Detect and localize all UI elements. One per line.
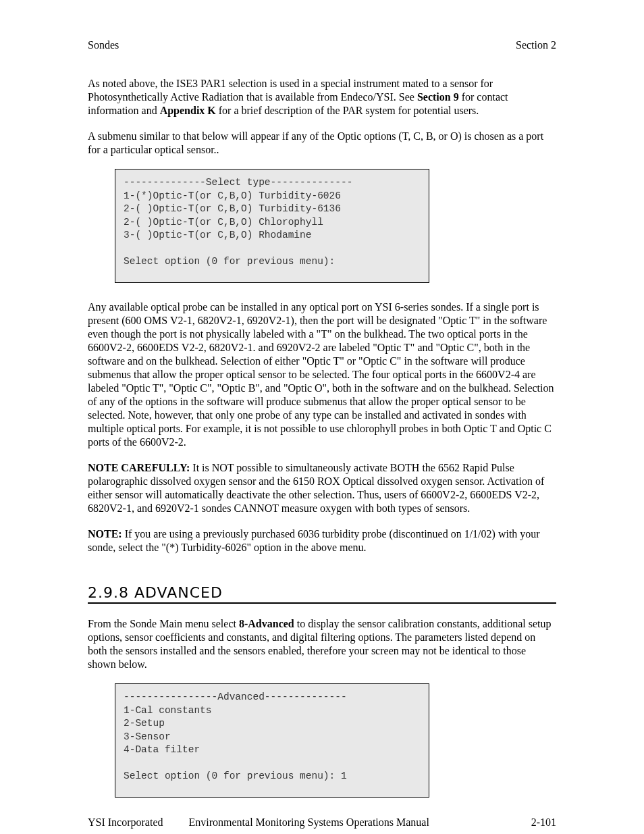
bold-section-9: Section 9 — [417, 91, 459, 103]
terminal-select-type: --------------Select type-------------- … — [115, 169, 429, 283]
bold-appendix-k: Appendix K — [160, 105, 216, 116]
terminal-title: --------------Select type-------------- — [124, 177, 352, 188]
section-heading-advanced: 2.9.8 ADVANCED — [88, 584, 556, 601]
terminal-line: 4-Data filter — [124, 744, 200, 755]
terminal-line: 1-(*)Optic-T(or C,B,O) Turbidity-6026 — [124, 190, 341, 201]
note-carefully-label: NOTE CAREFULLY: — [88, 462, 190, 473]
terminal-title: ----------------Advanced-------------- — [124, 692, 347, 702]
terminal-advanced: ----------------Advanced-------------- 1… — [115, 683, 429, 798]
running-head-right: Section 2 — [516, 39, 556, 51]
page: Sondes Section 2 As noted above, the ISE… — [0, 0, 644, 834]
section-rule — [88, 602, 556, 604]
text: for a brief description of the PAR syste… — [216, 105, 479, 116]
paragraph-2: A submenu similar to that below will app… — [88, 130, 556, 157]
paragraph-5: NOTE: If you are using a previously purc… — [88, 527, 556, 554]
terminal-prompt: Select option (0 for previous menu): — [124, 256, 335, 267]
paragraph-4: NOTE CAREFULLY: It is NOT possible to si… — [88, 461, 556, 515]
terminal-line: 2-( )Optic-T(or C,B,O) Turbidity-6136 — [124, 203, 341, 214]
bold-8-advanced: 8-Advanced — [239, 618, 294, 629]
footer-title: Environmental Monitoring Systems Operati… — [189, 816, 429, 829]
paragraph-6: From the Sonde Main menu select 8-Advanc… — [88, 617, 556, 671]
note-label: NOTE: — [88, 528, 122, 540]
terminal-prompt: Select option (0 for previous menu): 1 — [124, 771, 347, 781]
paragraph-3: Any available optical probe can be insta… — [88, 301, 556, 449]
running-head-left: Sondes — [88, 39, 119, 51]
terminal-line: 3-( )Optic-T(or C,B,O) Rhodamine — [124, 230, 311, 240]
page-footer: YSI Incorporated Environmental Monitorin… — [88, 816, 556, 829]
running-head: Sondes Section 2 — [88, 39, 556, 51]
terminal-line: 2-Setup — [124, 718, 165, 729]
terminal-line: 1-Cal constants — [124, 705, 212, 716]
paragraph-1: As noted above, the ISE3 PAR1 selection … — [88, 77, 556, 118]
terminal-line: 3-Sensor — [124, 731, 171, 742]
text: From the Sonde Main menu select — [88, 618, 239, 629]
footer-page-number: 2-101 — [531, 816, 556, 829]
terminal-line: 2-( )Optic-T(or C,B,O) Chlorophyll — [124, 217, 323, 228]
footer-company: YSI Incorporated — [88, 816, 163, 829]
text: If you are using a previously purchased … — [88, 528, 540, 553]
